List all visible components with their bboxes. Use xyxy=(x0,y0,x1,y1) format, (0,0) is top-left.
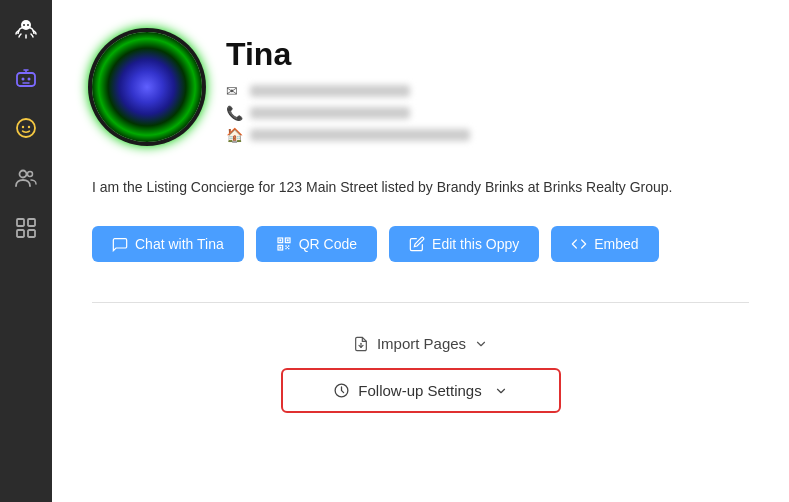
svg-rect-18 xyxy=(279,239,281,241)
sidebar xyxy=(0,0,52,502)
svg-rect-19 xyxy=(286,239,288,241)
qr-code-button[interactable]: QR Code xyxy=(256,226,377,262)
phone-value xyxy=(250,107,410,119)
main-content: Tina ✉ 📞 🏠 I am the Listing Concierge fo… xyxy=(52,0,789,502)
svg-rect-3 xyxy=(17,73,35,86)
chat-icon xyxy=(112,236,128,252)
svg-rect-20 xyxy=(279,247,281,249)
svg-point-9 xyxy=(20,171,27,178)
sidebar-icon-smiley[interactable] xyxy=(10,112,42,144)
svg-point-7 xyxy=(22,126,24,128)
svg-rect-14 xyxy=(28,230,35,237)
profile-address-row: 🏠 xyxy=(226,127,749,143)
action-buttons: Chat with Tina QR Code Edit this Oppy xyxy=(92,226,749,262)
address-value xyxy=(250,129,470,141)
edit-icon xyxy=(409,236,425,252)
profile-info: Tina ✉ 📞 🏠 xyxy=(226,32,749,149)
followup-settings-row[interactable]: Follow-up Settings xyxy=(281,368,561,413)
sidebar-icon-octopus[interactable] xyxy=(10,12,42,44)
email-value xyxy=(250,85,410,97)
email-icon: ✉ xyxy=(226,83,242,99)
embed-button[interactable]: Embed xyxy=(551,226,658,262)
svg-point-4 xyxy=(22,78,25,81)
edit-oppy-button[interactable]: Edit this Oppy xyxy=(389,226,539,262)
chevron-down-icon-import xyxy=(474,337,488,351)
svg-point-1 xyxy=(23,24,25,26)
profile-section: Tina ✉ 📞 🏠 xyxy=(92,32,749,149)
description-text: I am the Listing Concierge for 123 Main … xyxy=(92,177,712,198)
sidebar-icon-users[interactable] xyxy=(10,162,42,194)
chevron-down-icon-followup xyxy=(494,384,508,398)
chat-button[interactable]: Chat with Tina xyxy=(92,226,244,262)
svg-point-5 xyxy=(28,78,31,81)
qr-icon xyxy=(276,236,292,252)
phone-icon: 📞 xyxy=(226,105,242,121)
import-pages-row[interactable]: Import Pages xyxy=(281,323,561,364)
svg-rect-13 xyxy=(17,230,24,237)
svg-point-10 xyxy=(28,172,33,177)
clock-icon xyxy=(333,382,350,399)
svg-rect-12 xyxy=(28,219,35,226)
svg-point-0 xyxy=(21,20,31,30)
import-pages-icon xyxy=(353,336,369,352)
profile-phone-row: 📞 xyxy=(226,105,749,121)
sidebar-icon-grid[interactable] xyxy=(10,212,42,244)
svg-point-2 xyxy=(27,24,29,26)
svg-point-8 xyxy=(28,126,30,128)
address-icon: 🏠 xyxy=(226,127,242,143)
profile-email-row: ✉ xyxy=(226,83,749,99)
avatar xyxy=(92,32,202,142)
svg-point-6 xyxy=(17,119,35,137)
svg-rect-11 xyxy=(17,219,24,226)
sidebar-icon-bot[interactable] xyxy=(10,62,42,94)
divider-section: Import Pages Follow-up Settings xyxy=(92,302,749,413)
embed-icon xyxy=(571,236,587,252)
profile-name: Tina xyxy=(226,36,749,73)
